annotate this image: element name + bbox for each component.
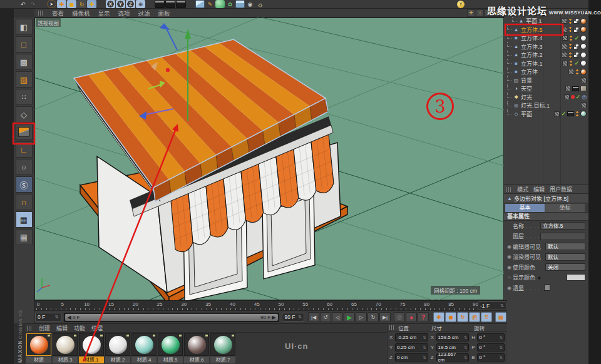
visibility-dots-icon[interactable] <box>575 111 579 117</box>
viewport-menu-item[interactable]: 查看 <box>52 9 64 18</box>
autokey-button[interactable]: ● <box>406 312 417 322</box>
keyframe-circle-icon[interactable]: ◉ <box>506 265 513 270</box>
light-enabled-icon[interactable] <box>571 95 575 99</box>
pos-y-field[interactable]: 0.25 cm <box>395 343 428 351</box>
rot-p-field[interactable]: 0 ° <box>477 343 505 351</box>
points-mode-icon[interactable] <box>16 89 33 105</box>
viewport-canvas[interactable] <box>34 18 504 300</box>
viewport-menu-item[interactable]: 选项 <box>118 9 130 18</box>
size-y-field[interactable]: 19.5 cm <box>436 343 470 351</box>
rot-b-field[interactable]: 0 ° <box>477 353 505 361</box>
keyframe-circle-icon[interactable]: ○ <box>506 275 513 280</box>
object-label[interactable]: 平面 <box>521 110 554 118</box>
attribute-menu-item[interactable]: 编辑 <box>533 185 545 193</box>
render-team-icon[interactable] <box>176 0 186 8</box>
material-thumb[interactable] <box>580 35 587 41</box>
viewport-solo-icon[interactable] <box>16 159 33 175</box>
material-thumb[interactable] <box>131 333 157 356</box>
lock-z-axis-icon[interactable] <box>126 0 135 8</box>
visibility-dots-icon[interactable] <box>575 69 579 75</box>
attribute-menu-item[interactable]: 模式 <box>517 185 528 193</box>
attribute-input[interactable]: 立方体.5 <box>540 222 585 230</box>
texture-tag-icon[interactable] <box>573 27 579 33</box>
material-thumb[interactable] <box>580 111 587 117</box>
compositing-tag-icon[interactable] <box>567 111 574 116</box>
enabled-check-icon[interactable]: ✓ <box>574 35 579 41</box>
record-objects-button[interactable]: ⊘ <box>394 312 405 322</box>
object-label[interactable]: 天空 <box>521 84 565 93</box>
enabled-check-icon[interactable]: ✓ <box>561 111 566 117</box>
tab-坐标[interactable]: 坐标 <box>545 204 585 212</box>
workplane-mode-icon[interactable] <box>16 71 33 88</box>
enable-axis-icon[interactable] <box>16 141 33 158</box>
material-swatch[interactable]: 材质.4 <box>131 333 157 363</box>
frame-range-slider[interactable]: ◀ 0 F 90 F ▶ <box>64 313 280 322</box>
object-row[interactable]: ▲立方体.3 <box>504 43 588 51</box>
object-row[interactable]: ▲立方体.2 <box>504 51 588 59</box>
keyframe-circle-icon[interactable]: ◉ <box>506 285 513 291</box>
texture-mode-icon[interactable] <box>16 54 33 70</box>
max-frame-spinner[interactable]: 90 F <box>282 313 304 321</box>
object-label[interactable]: 背景 <box>521 76 581 84</box>
y-axis-ball-icon[interactable] <box>457 1 465 8</box>
timeline-end-spinner[interactable]: -1 F <box>478 301 506 310</box>
attribute-input[interactable] <box>540 233 585 240</box>
layer-icon[interactable] <box>564 94 570 100</box>
key-position-button[interactable]: ✚ <box>433 312 444 322</box>
layer-icon[interactable] <box>581 78 587 83</box>
size-x-field[interactable]: 159.5 cm <box>436 333 470 341</box>
goto-end-button[interactable]: ▶| <box>379 312 391 322</box>
object-row[interactable]: ▲平面.1 <box>504 17 588 26</box>
viewport-menu-item[interactable]: 摄像机 <box>72 9 90 18</box>
layer-icon[interactable] <box>562 52 567 58</box>
add-primitive-icon[interactable] <box>195 0 205 8</box>
layer-icon[interactable] <box>565 86 571 91</box>
pos-z-field[interactable]: 0 cm <box>395 353 428 361</box>
scale-tool-icon[interactable] <box>67 0 76 8</box>
keyframe-circle-icon[interactable]: ◉ <box>506 244 513 250</box>
loop-button[interactable]: ↻ <box>367 312 379 322</box>
texture-thumb[interactable] <box>580 86 587 91</box>
polygons-mode-icon[interactable] <box>16 124 33 140</box>
material-menu-item[interactable]: 纹理 <box>91 324 103 332</box>
object-row[interactable]: ■立方体.4✓ <box>504 34 588 43</box>
enabled-check-icon[interactable]: ✓ <box>574 60 579 66</box>
object-row[interactable]: ▲立方体.5 <box>504 26 588 34</box>
rotate-tool-icon[interactable] <box>77 0 86 8</box>
attribute-menu-item[interactable]: 用户数据 <box>550 185 572 193</box>
material-thumb[interactable] <box>580 26 587 33</box>
material-label[interactable]: 材质.5 <box>158 356 183 363</box>
attribute-dropdown[interactable]: 默认 <box>545 243 585 250</box>
visibility-dots-icon[interactable] <box>568 18 572 24</box>
layer-icon[interactable] <box>562 18 567 24</box>
key-pla-button[interactable]: ⠿ <box>481 312 492 322</box>
object-label[interactable]: 立方体.4 <box>521 34 562 42</box>
make-editable-icon[interactable] <box>16 19 33 35</box>
material-swatch[interactable]: 材质.2 <box>105 333 130 363</box>
add-generator-icon[interactable] <box>215 0 225 8</box>
magnet-icon[interactable] <box>16 194 33 210</box>
lock-x-axis-icon[interactable] <box>106 0 115 8</box>
play-button[interactable]: ▶ <box>344 312 355 322</box>
move-tool-icon[interactable] <box>57 0 66 8</box>
key-parameter-button[interactable]: Ⓟ <box>469 312 480 322</box>
material-menu-item[interactable]: 功能 <box>74 324 85 332</box>
material-thumb[interactable] <box>158 333 183 356</box>
material-thumb[interactable] <box>79 333 104 356</box>
prev-frame-button[interactable]: ◁ <box>332 312 343 322</box>
object-label[interactable]: 灯光 <box>521 93 564 101</box>
viewport-menu-item[interactable]: 过滤 <box>138 9 150 18</box>
material-label[interactable]: 材质.6 <box>184 356 209 363</box>
tab-基本[interactable]: 基本 <box>505 204 545 212</box>
key-scale-button[interactable]: ◼ <box>445 312 456 322</box>
visibility-dots-icon[interactable] <box>569 35 573 41</box>
material-swatch[interactable]: 材质.1 <box>79 333 104 363</box>
visibility-dots-icon[interactable] <box>569 60 573 66</box>
visibility-dots-icon[interactable] <box>568 52 572 58</box>
color-swatch[interactable] <box>567 274 585 281</box>
object-row[interactable]: ✱灯光✓◎ <box>504 93 588 102</box>
drag-grip-icon[interactable] <box>27 326 33 331</box>
layer-icon[interactable] <box>562 27 567 33</box>
material-label[interactable]: 材质.7 <box>210 356 235 363</box>
model-mode-icon[interactable] <box>16 36 33 53</box>
